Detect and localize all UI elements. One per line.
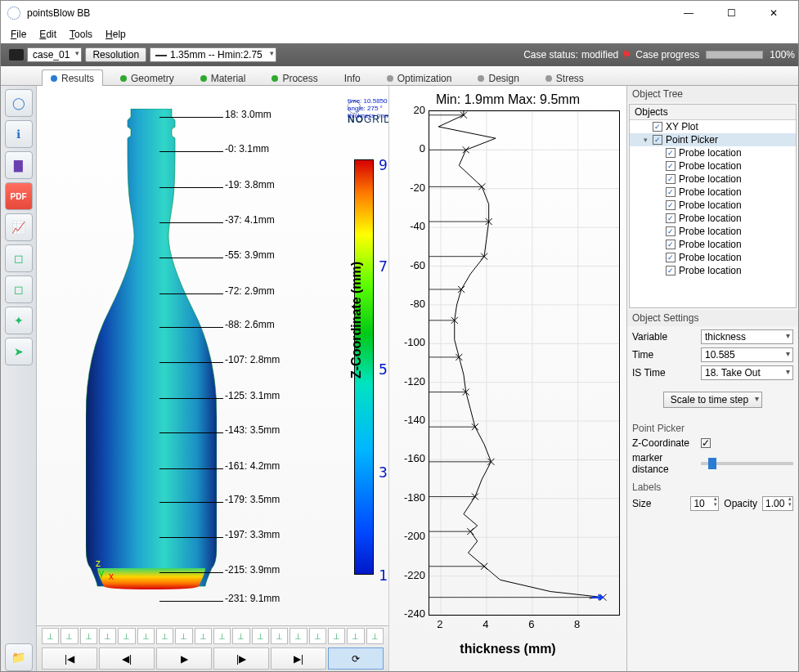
- view-tool-7[interactable]: ⊥: [175, 628, 192, 644]
- maximize-button[interactable]: ☐: [713, 2, 749, 25]
- time-label: Time: [632, 349, 696, 361]
- tab-results[interactable]: Results: [42, 69, 103, 86]
- progress-bar: [706, 51, 763, 59]
- annotation--143: -143: 3.5mm: [225, 424, 280, 436]
- view-tool-14[interactable]: ⊥: [309, 628, 326, 644]
- view-tool-15[interactable]: ⊥: [328, 628, 345, 644]
- zcoord-checkbox[interactable]: ✓: [701, 438, 711, 448]
- sidebar-select1-icon[interactable]: ◻: [5, 244, 33, 272]
- camera-icon: [9, 49, 24, 60]
- view-tool-10[interactable]: ⊥: [232, 628, 249, 644]
- view-tool-8[interactable]: ⊥: [195, 628, 212, 644]
- tab-info[interactable]: Info: [335, 69, 370, 86]
- variable-dropdown[interactable]: thickness: [701, 329, 793, 344]
- view-tool-3[interactable]: ⊥: [99, 628, 116, 644]
- view-tool-9[interactable]: ⊥: [213, 628, 231, 644]
- annotation-0: -0: 3.1mm: [225, 143, 269, 155]
- marker-distance-slider[interactable]: [701, 462, 793, 465]
- tree-item-probe[interactable]: ✓Probe location: [630, 225, 796, 238]
- annotation--161: -161: 4.2mm: [225, 460, 280, 472]
- marker-distance-label: marker distance: [632, 452, 696, 475]
- sidebar-folder-icon[interactable]: 📁: [5, 643, 33, 671]
- labels-section: Labels: [632, 478, 793, 493]
- tab-design[interactable]: Design: [469, 69, 527, 86]
- resolution-button[interactable]: Resolution: [85, 47, 146, 62]
- tree-item-probe[interactable]: ✓Probe location: [630, 238, 796, 251]
- tree-item-probe[interactable]: ✓Probe location: [630, 186, 796, 199]
- sidebar-notes-icon[interactable]: ▇: [5, 151, 33, 179]
- view-tool-2[interactable]: ⊥: [80, 628, 97, 644]
- view-tool-16[interactable]: ⊥: [347, 628, 364, 644]
- tab-process[interactable]: Process: [263, 69, 326, 86]
- view-tool-13[interactable]: ⊥: [290, 628, 307, 644]
- opacity-spinner[interactable]: 1.00: [762, 496, 793, 511]
- annotation-leader: [159, 327, 223, 328]
- chart-xtick: 4: [483, 618, 488, 630]
- menu-help[interactable]: Help: [101, 27, 131, 42]
- sidebar-pdf-icon[interactable]: PDF: [5, 182, 33, 210]
- play-button[interactable]: ▶: [156, 647, 212, 670]
- play-prev-button[interactable]: ◀|: [99, 647, 155, 670]
- case-dropdown[interactable]: case_01: [27, 47, 82, 62]
- tab-geometry[interactable]: Geometry: [111, 69, 183, 86]
- sidebar-info-icon[interactable]: ℹ: [5, 120, 33, 148]
- tree-item-probe[interactable]: ✓Probe location: [630, 159, 796, 172]
- case-status-value: modified: [581, 49, 618, 60]
- minimize-button[interactable]: —: [671, 2, 707, 25]
- menu-edit[interactable]: Edit: [34, 27, 61, 42]
- view-tool-6[interactable]: ⊥: [156, 628, 173, 644]
- object-tree[interactable]: Objects ✓XY Plot ▾✓Point Picker ✓Probe l…: [629, 104, 797, 308]
- play-last-button[interactable]: ▶|: [271, 647, 326, 670]
- tree-item-pointpicker[interactable]: ▾✓Point Picker: [630, 133, 796, 146]
- view-tool-4[interactable]: ⊥: [118, 628, 135, 644]
- tree-item-probe[interactable]: ✓Probe location: [630, 172, 796, 186]
- time-dropdown[interactable]: 10.585: [701, 347, 793, 362]
- sidebar-select2-icon[interactable]: ◻: [5, 276, 33, 303]
- tab-optimization[interactable]: Optimization: [378, 69, 461, 86]
- tree-item-xyplot[interactable]: ✓XY Plot: [630, 120, 796, 133]
- play-first-button[interactable]: |◀: [42, 647, 97, 670]
- tree-header: Objects: [630, 105, 796, 120]
- tree-item-probe[interactable]: ✓Probe location: [630, 146, 796, 159]
- view-tool-11[interactable]: ⊥: [252, 628, 269, 644]
- xy-plot[interactable]: Min: 1.9mm Max: 9.5mm Z-Coordinate (mm) …: [389, 86, 626, 671]
- progress-percent: 100%: [770, 49, 795, 60]
- chart-ytick: -60: [401, 259, 425, 271]
- size-spinner[interactable]: 10: [690, 496, 719, 511]
- chart-ytick: -180: [401, 491, 425, 504]
- sidebar-axes-icon[interactable]: ✦: [5, 307, 33, 334]
- istime-dropdown[interactable]: 18. Take Out: [701, 365, 793, 380]
- tab-stress[interactable]: Stress: [536, 69, 593, 86]
- menu-tools[interactable]: Tools: [65, 27, 97, 42]
- chart-ytick: 20: [401, 104, 425, 116]
- view-tool-0[interactable]: ⊥: [42, 628, 59, 644]
- viewport-3d[interactable]: z x y 18: 3.0mm-0: 3.1mm-19: 3.8mm-37: 4…: [37, 86, 389, 671]
- scale-button[interactable]: Scale to time step: [663, 392, 762, 408]
- view-tool-1[interactable]: ⊥: [61, 628, 78, 644]
- resolution-dropdown[interactable]: 1.35mm -- Hmin:2.75: [150, 47, 276, 62]
- menu-file[interactable]: File: [6, 27, 31, 42]
- tree-item-probe[interactable]: ✓Probe location: [630, 251, 796, 264]
- sidebar-plot-icon[interactable]: 📈: [5, 213, 33, 241]
- case-progress-label: Case progress: [635, 49, 699, 60]
- sidebar-pointer-icon[interactable]: ➤: [5, 338, 33, 365]
- tree-item-probe[interactable]: ✓Probe location: [630, 212, 796, 225]
- play-loop-button[interactable]: ⟳: [328, 647, 384, 670]
- view-tool-12[interactable]: ⊥: [271, 628, 288, 644]
- close-button[interactable]: ✕: [756, 2, 792, 25]
- view-tool-5[interactable]: ⊥: [137, 628, 155, 644]
- annotation-leader: [159, 222, 223, 223]
- annotation-leader: [159, 151, 223, 152]
- annotation--179: -179: 3.5mm: [225, 494, 280, 505]
- chart-ylabel: Z-Coordinate (mm): [349, 262, 364, 379]
- app-icon: [7, 7, 20, 20]
- tree-item-probe[interactable]: ✓Probe location: [630, 264, 796, 277]
- zcoord-label: Z-Coordinate: [632, 437, 696, 449]
- bottle-render: z x y: [86, 109, 217, 599]
- tree-item-probe[interactable]: ✓Probe location: [630, 199, 796, 212]
- view-tool-17[interactable]: ⊥: [366, 628, 384, 644]
- tab-material[interactable]: Material: [191, 69, 255, 86]
- sidebar-circle-icon[interactable]: ◯: [5, 89, 33, 117]
- chart-ytick: -160: [401, 452, 425, 464]
- play-step-button[interactable]: |▶: [213, 647, 269, 670]
